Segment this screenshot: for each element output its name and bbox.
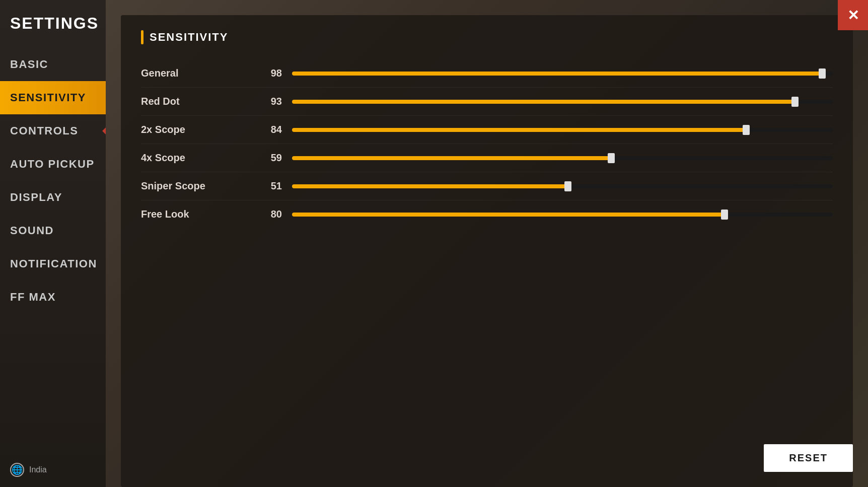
close-icon: ✕ — [847, 7, 859, 24]
settings-panel: SENSITIVITY General 98 Red Dot 93 2x Sco… — [121, 15, 853, 487]
slider-track-sniper-scope[interactable] — [292, 182, 833, 190]
slider-value-red-dot: 93 — [252, 96, 282, 107]
sidebar-item-sensitivity[interactable]: SENSITIVITY — [0, 81, 106, 114]
sidebar-item-auto-pickup[interactable]: AUTO PICKUP — [0, 148, 106, 181]
slider-fill-sniper-scope — [292, 184, 568, 188]
slider-track-red-dot[interactable] — [292, 98, 833, 106]
sidebar: SETTINGS BASICSENSITIVITYCONTROLSAUTO PI… — [0, 0, 106, 487]
sidebar-item-notification[interactable]: NOTIFICATION — [0, 247, 106, 281]
settings-title: SETTINGS — [0, 0, 106, 43]
slider-label-sniper-scope: Sniper Scope — [141, 180, 252, 192]
slider-row-4x-scope: 4x Scope 59 — [141, 144, 833, 172]
slider-thumb-general[interactable] — [819, 68, 826, 79]
sidebar-item-controls[interactable]: CONTROLS — [0, 114, 106, 148]
slider-value-4x-scope: 59 — [252, 152, 282, 164]
slider-fill-4x-scope — [292, 156, 611, 160]
sidebar-nav: BASICSENSITIVITYCONTROLSAUTO PICKUPDISPL… — [0, 48, 106, 314]
sidebar-item-display[interactable]: DISPLAY — [0, 181, 106, 214]
slider-row-2x-scope: 2x Scope 84 — [141, 116, 833, 144]
main-content: ✕ SENSITIVITY General 98 Red Dot 93 — [106, 0, 868, 487]
slider-value-sniper-scope: 51 — [252, 180, 282, 192]
sidebar-footer: 🌐 India — [10, 463, 47, 477]
slider-track-4x-scope[interactable] — [292, 154, 833, 162]
globe-icon: 🌐 — [10, 463, 24, 477]
sidebar-item-basic[interactable]: BASIC — [0, 48, 106, 81]
slider-fill-red-dot — [292, 100, 795, 104]
slider-fill-general — [292, 72, 822, 76]
slider-label-4x-scope: 4x Scope — [141, 152, 252, 164]
close-button[interactable]: ✕ — [838, 0, 868, 30]
slider-track-free-look[interactable] — [292, 211, 833, 219]
section-header: SENSITIVITY — [141, 30, 833, 44]
slider-track-2x-scope[interactable] — [292, 126, 833, 134]
slider-thumb-2x-scope[interactable] — [743, 125, 750, 135]
slider-value-general: 98 — [252, 67, 282, 79]
slider-row-sniper-scope: Sniper Scope 51 — [141, 172, 833, 200]
slider-row-general: General 98 — [141, 59, 833, 88]
slider-value-free-look: 80 — [252, 208, 282, 220]
slider-label-free-look: Free Look — [141, 208, 252, 220]
slider-label-2x-scope: 2x Scope — [141, 124, 252, 135]
slider-label-red-dot: Red Dot — [141, 96, 252, 107]
reset-button[interactable]: RESET — [764, 444, 853, 472]
sidebar-item-ff-max[interactable]: FF MAX — [0, 281, 106, 314]
slider-thumb-red-dot[interactable] — [791, 97, 799, 107]
slider-thumb-free-look[interactable] — [721, 210, 728, 220]
region-label: India — [29, 465, 47, 474]
slider-fill-free-look — [292, 213, 725, 217]
slider-thumb-4x-scope[interactable] — [608, 153, 615, 163]
slider-track-general[interactable] — [292, 69, 833, 78]
slider-fill-2x-scope — [292, 128, 746, 132]
slider-value-2x-scope: 84 — [252, 124, 282, 135]
slider-thumb-sniper-scope[interactable] — [564, 181, 571, 191]
slider-row-red-dot: Red Dot 93 — [141, 88, 833, 116]
section-accent — [141, 30, 143, 44]
section-title: SENSITIVITY — [150, 31, 228, 44]
slider-label-general: General — [141, 67, 252, 79]
sidebar-item-sound[interactable]: SOUND — [0, 214, 106, 247]
slider-row-free-look: Free Look 80 — [141, 200, 833, 228]
sliders-container: General 98 Red Dot 93 2x Scope 84 — [141, 59, 833, 228]
